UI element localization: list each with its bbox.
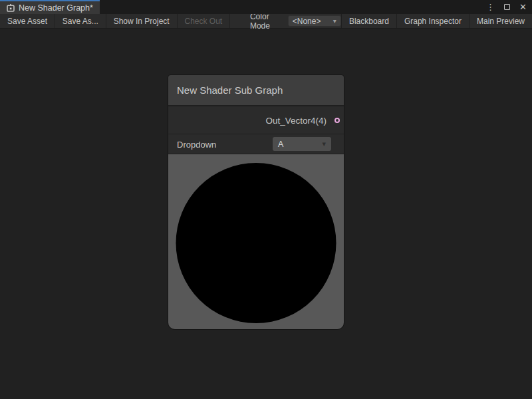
blackboard-toggle-button[interactable]: Blackboard bbox=[342, 14, 396, 28]
check-out-button[interactable]: Check Out bbox=[177, 14, 229, 28]
output-port-label: Out_Vector4(4) bbox=[265, 115, 327, 125]
node-output-row: Out_Vector4(4) bbox=[168, 106, 344, 134]
shader-graph-asset-icon bbox=[7, 4, 15, 12]
close-icon[interactable]: ✕ bbox=[519, 3, 527, 11]
tab-title: New Shader Graph* bbox=[19, 3, 93, 13]
color-mode-label: Color Mode bbox=[230, 14, 288, 28]
node-dropdown-select[interactable]: A ▾ bbox=[273, 137, 331, 151]
main-preview-toggle-button[interactable]: Main Preview bbox=[469, 14, 532, 28]
node-preview-pane bbox=[168, 154, 344, 329]
node-dropdown-value: A bbox=[278, 140, 322, 149]
maximize-icon[interactable] bbox=[504, 3, 510, 11]
tab-new-shader-graph[interactable]: New Shader Graph* bbox=[0, 0, 100, 14]
color-mode-value: <None> bbox=[293, 17, 333, 26]
graph-inspector-toggle-button[interactable]: Graph Inspector bbox=[397, 14, 469, 28]
chevron-down-icon: ▾ bbox=[333, 18, 336, 25]
chevron-down-icon: ▾ bbox=[322, 140, 326, 148]
save-asset-button[interactable]: Save Asset bbox=[0, 14, 55, 28]
window-controls: ⋮ ✕ bbox=[486, 0, 527, 14]
sub-graph-output-node[interactable]: New Shader Sub Graph Out_Vector4(4) Drop… bbox=[168, 75, 344, 329]
vector4-port-icon[interactable] bbox=[334, 118, 340, 123]
show-in-project-button[interactable]: Show In Project bbox=[106, 14, 177, 28]
node-dropdown-row: Dropdown A ▾ bbox=[168, 134, 344, 154]
kebab-menu-icon[interactable]: ⋮ bbox=[486, 3, 495, 11]
save-as-button[interactable]: Save As... bbox=[55, 14, 106, 28]
tab-bar: New Shader Graph* ⋮ ✕ bbox=[0, 0, 532, 14]
toolbar-right-group: Blackboard Graph Inspector Main Preview bbox=[341, 14, 532, 28]
color-mode-dropdown[interactable]: <None> ▾ bbox=[288, 15, 341, 27]
graph-canvas[interactable]: New Shader Sub Graph Out_Vector4(4) Drop… bbox=[0, 29, 532, 399]
preview-sphere bbox=[176, 163, 336, 323]
shader-graph-toolbar: Save Asset Save As... Show In Project Ch… bbox=[0, 14, 532, 29]
node-title-bar[interactable]: New Shader Sub Graph bbox=[168, 75, 344, 106]
node-title: New Shader Sub Graph bbox=[177, 84, 283, 96]
dropdown-label: Dropdown bbox=[177, 139, 216, 149]
